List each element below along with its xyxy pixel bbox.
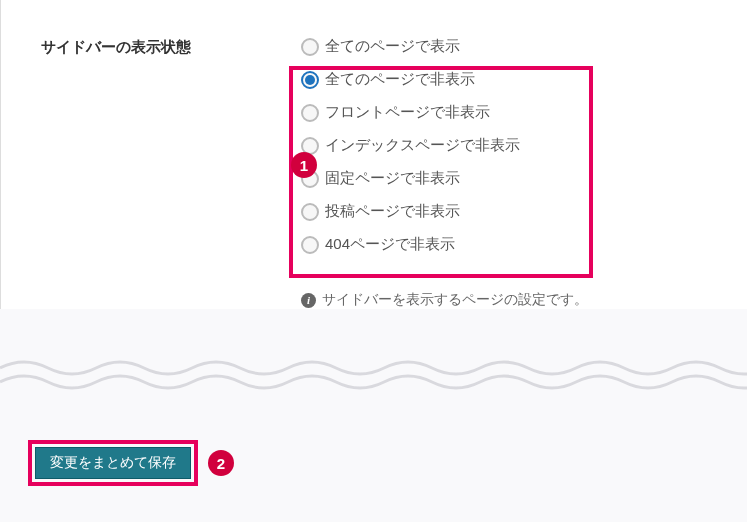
radio-icon — [301, 71, 319, 89]
radio-label: 全てのページで表示 — [325, 37, 460, 56]
radio-option-hide-page[interactable]: 固定ページで非表示 — [301, 162, 727, 195]
annotation-badge-2: 2 — [208, 450, 234, 476]
radio-option-hide-index[interactable]: インデックスページで非表示 — [301, 129, 727, 162]
radio-icon — [301, 236, 319, 254]
section-label: サイドバーの表示状態 — [41, 30, 301, 57]
radio-label: 投稿ページで非表示 — [325, 202, 460, 221]
radio-icon — [301, 203, 319, 221]
option-description: i サイドバーを表示するページの設定です。 — [301, 291, 727, 309]
radio-option-hide-all[interactable]: 全てのページで非表示 — [301, 63, 727, 96]
save-button[interactable]: 変更をまとめて保存 — [35, 447, 191, 479]
radio-option-hide-post[interactable]: 投稿ページで非表示 — [301, 195, 727, 228]
radio-label: 全てのページで非表示 — [325, 70, 475, 89]
options-column: 全てのページで表示 全てのページで非表示 フロントページで非表示 インデックスペ… — [301, 30, 727, 309]
radio-label: インデックスページで非表示 — [325, 136, 520, 155]
radio-option-hide-front[interactable]: フロントページで非表示 — [301, 96, 727, 129]
radio-icon — [301, 104, 319, 122]
radio-label: 404ページで非表示 — [325, 235, 455, 254]
annotation-badge-1: 1 — [291, 152, 317, 178]
radio-label: 固定ページで非表示 — [325, 169, 460, 188]
radio-option-show-all[interactable]: 全てのページで表示 — [301, 30, 727, 63]
info-icon: i — [301, 293, 316, 308]
radio-label: フロントページで非表示 — [325, 103, 490, 122]
description-text: サイドバーを表示するページの設定です。 — [322, 291, 588, 309]
section-divider-wave — [0, 350, 747, 398]
radio-option-hide-404[interactable]: 404ページで非表示 — [301, 228, 727, 261]
annotation-highlight-2: 変更をまとめて保存 — [28, 440, 198, 486]
radio-icon — [301, 38, 319, 56]
